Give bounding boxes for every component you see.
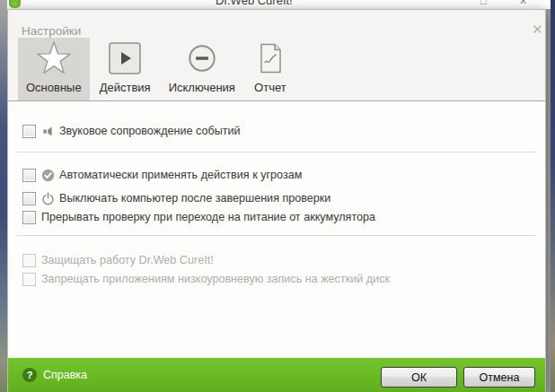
background-titlebar: Dr.Web CureIt! □ ✕ <box>7 0 551 9</box>
desktop-edge-left <box>0 0 7 392</box>
checkbox-battery[interactable] <box>22 211 36 224</box>
setting-label: Звуковое сопровождение событий <box>59 125 241 137</box>
setting-row-shutdown[interactable]: Выключать компьютер после завершения про… <box>22 190 330 206</box>
setting-label: Выключать компьютер после завершения про… <box>59 192 330 205</box>
checkbox-shutdown[interactable] <box>22 192 36 205</box>
tab-deystviya[interactable]: Действия <box>92 38 159 100</box>
checkbox-lowlevel-write <box>22 273 36 286</box>
setting-label: Автоматически применять действия к угроз… <box>59 169 302 181</box>
settings-tabs: Основные Действия Исключения Отчет <box>18 38 297 100</box>
star-icon <box>36 38 72 78</box>
tab-label: Действия <box>100 81 151 94</box>
cancel-button[interactable]: Отмена <box>463 367 535 388</box>
setting-row-sound[interactable]: Звуковое сопровождение событий <box>22 123 241 139</box>
tabbar-divider <box>8 100 545 101</box>
setting-row-battery[interactable]: Прерывать проверку при переходе на питан… <box>22 209 375 225</box>
setting-row-auto-actions[interactable]: Автоматически применять действия к угроз… <box>22 167 302 183</box>
tab-isklyucheniya[interactable]: Исключения <box>161 38 243 100</box>
play-icon <box>108 38 142 78</box>
checkbox-selfprotect <box>22 254 36 267</box>
tab-otchet[interactable]: Отчет <box>245 38 295 100</box>
dialog-title: Настройки <box>22 24 81 38</box>
checkbox-sound[interactable] <box>22 125 36 138</box>
power-icon <box>41 192 55 205</box>
sound-icon <box>41 125 55 138</box>
group-divider <box>17 235 536 236</box>
setting-row-lowlevel-write: Запрещать приложениям низкоуровневую зап… <box>22 271 390 287</box>
help-label: Справка <box>43 369 87 381</box>
tab-label: Отчет <box>254 81 286 94</box>
drweb-app-icon <box>9 0 21 8</box>
setting-label: Защищать работу Dr.Web CureIt! <box>41 254 214 266</box>
tab-label: Исключения <box>169 81 235 94</box>
report-icon <box>253 38 287 78</box>
settings-dialog: Настройки ✕ Основные Действия Исключения <box>7 9 546 392</box>
setting-label: Запрещать приложениям низкоуровневую зап… <box>41 273 390 285</box>
desktop-edge-right <box>551 0 555 392</box>
close-icon[interactable]: ✕ <box>532 22 543 36</box>
tab-osnovnye[interactable]: Основные <box>18 38 90 100</box>
dialog-footer: ? Справка ОК Отмена <box>8 358 545 392</box>
maximize-icon[interactable]: □ <box>480 0 487 6</box>
window-close-icon[interactable]: ✕ <box>519 0 527 7</box>
tab-label: Основные <box>26 81 82 94</box>
minus-circle-icon <box>185 38 219 78</box>
check-circle-icon <box>41 169 55 182</box>
checkbox-auto-actions[interactable] <box>22 169 36 182</box>
group-divider <box>17 152 536 152</box>
setting-row-selfprotect: Защищать работу Dr.Web CureIt! <box>22 252 214 268</box>
ok-button[interactable]: ОК <box>381 367 457 388</box>
screen: Dr.Web CureIt! □ ✕ Настройки ✕ Основные … <box>0 0 555 392</box>
setting-label: Прерывать проверку при переходе на питан… <box>41 211 375 223</box>
help-icon: ? <box>22 368 37 382</box>
background-window-title: Dr.Web CureIt! <box>216 0 293 7</box>
help-link[interactable]: ? Справка <box>22 358 87 392</box>
